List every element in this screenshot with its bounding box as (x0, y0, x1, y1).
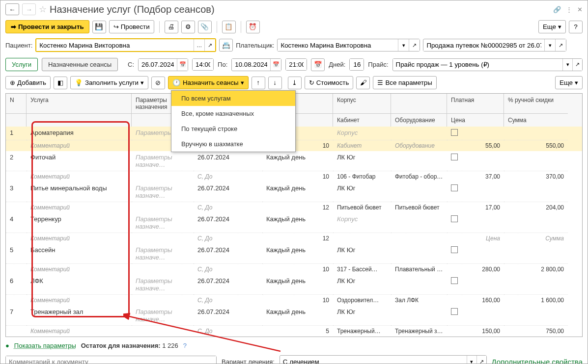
more-button-2[interactable]: Еще ▾ (555, 76, 583, 89)
help-icon[interactable]: ? (183, 342, 187, 349)
table-row[interactable]: 2ФиточайПараметры назначе…26.07.2024Кажд… (6, 151, 582, 171)
paid-checkbox[interactable] (451, 215, 458, 222)
dropdown-item-all[interactable]: По всем услугам (171, 91, 295, 106)
help-button[interactable]: ? (569, 21, 583, 33)
th-cabinet[interactable]: Кабинет (333, 113, 391, 127)
tab-services[interactable]: Услуги (5, 58, 38, 71)
close-icon[interactable]: ✕ (577, 6, 583, 13)
paid-checkbox[interactable] (451, 154, 458, 160)
variant-open[interactable]: ↗ (476, 356, 486, 364)
from-date-cal[interactable]: 📅 (177, 59, 188, 71)
th-paid[interactable]: Платная (447, 94, 504, 113)
download-button[interactable]: ⤓ (288, 77, 302, 89)
calendar-button[interactable]: 📅 (311, 58, 325, 71)
paid-checkbox[interactable] (451, 277, 458, 284)
forward-button[interactable]: → (22, 3, 36, 15)
compare-icon: 📋 (224, 23, 233, 30)
price-drop[interactable]: ▾ (562, 59, 572, 71)
table-row[interactable]: 6ЛФКПараметры назначе…26.07.2024Каждый д… (6, 275, 582, 294)
th-sum[interactable]: Сумма (504, 113, 568, 127)
add-button[interactable]: ⊕ Добавить (5, 76, 51, 89)
link-icon[interactable]: 🔗 (553, 6, 561, 13)
variant-input[interactable] (280, 356, 467, 364)
extra-props-link[interactable]: Дополнительные свойства (492, 358, 583, 364)
save-button[interactable]: 💾 (92, 21, 106, 33)
move-down-button[interactable]: ↓ (268, 77, 282, 89)
star-icon[interactable]: ☆ (39, 4, 47, 15)
patient-card-button[interactable]: 📇 (219, 39, 233, 52)
ellipsis-button[interactable]: … (194, 39, 204, 51)
paid-checkbox[interactable] (451, 184, 458, 191)
dropdown-item-manual[interactable]: Вручную в шахматке (171, 136, 295, 152)
from-date[interactable] (139, 59, 177, 70)
th-corpus[interactable]: Корпус (333, 94, 391, 113)
doc-field[interactable]: ▾ ↗ (423, 39, 566, 52)
clear-button[interactable]: ⊘ (151, 77, 165, 89)
payer-field[interactable]: ▾ ↗ (277, 39, 420, 52)
attach-button[interactable]: 📎 (198, 21, 212, 33)
to-date-cal[interactable]: 📅 (270, 59, 281, 71)
payer-drop[interactable]: ▾ (398, 39, 409, 51)
paid-checkbox[interactable] (451, 129, 458, 136)
chevron-down-icon: ▾ (575, 79, 578, 86)
th-price[interactable]: Цена (447, 113, 504, 127)
doc-drop[interactable]: ▾ (544, 39, 555, 51)
print-button[interactable]: 🖨 (165, 21, 178, 33)
to-time[interactable] (286, 59, 307, 70)
compare-button[interactable]: 📋 (222, 21, 236, 33)
paid-checkbox[interactable] (451, 246, 458, 253)
table-row[interactable]: 3Питье минеральной водыПараметры назначе… (6, 182, 582, 202)
th-discount[interactable]: % ручной скидки (504, 94, 568, 113)
post-icon: ↪ (113, 23, 119, 30)
table-row[interactable]: 5БассейнПараметры назначе…26.07.2024Кажд… (6, 244, 582, 263)
settings-button[interactable]: ⚙ (181, 21, 195, 33)
more-button-1[interactable]: Еще ▾ (538, 20, 566, 33)
table-subrow[interactable]: КомментарийС, До12ЦенаСумма (6, 233, 582, 244)
patient-input[interactable] (36, 40, 194, 51)
kebab-icon[interactable]: ⋮ (566, 6, 572, 13)
show-params-link[interactable]: Показать параметры (14, 342, 76, 349)
table-subrow[interactable]: КомментарийС, До10317 - Бассей…Плаватель… (6, 263, 582, 275)
alarm-button[interactable]: ⏰ (246, 21, 260, 33)
table-subrow[interactable]: КомментарийС, До5Тренажерный…Тренажерный… (6, 325, 582, 337)
table-subrow[interactable]: КомментарийС, До10Оздоровител…Зал ЛФК160… (6, 294, 582, 306)
th-n[interactable]: N (6, 94, 27, 113)
variant-drop[interactable]: ▾ (467, 356, 476, 364)
cost-button[interactable]: ↻ Стоимость (305, 76, 354, 89)
th-equip[interactable] (391, 94, 447, 113)
save-icon: 💾 (95, 23, 103, 30)
to-date[interactable] (232, 59, 270, 70)
tab-sessions[interactable]: Назначенные сеансы (42, 58, 118, 71)
page-title: Назначение услуг (Подбор сеансов) (50, 4, 550, 15)
post-button[interactable]: ↪ Провести (109, 20, 154, 33)
th-service[interactable]: Услуга (27, 94, 132, 113)
table-row[interactable]: 7Тренажерный залПараметры назначе…26.07.… (6, 306, 582, 325)
dropdown-item-except[interactable]: Все, кроме назначенных (171, 106, 295, 121)
th-equip2[interactable]: Оборудование (391, 113, 447, 127)
brush-button[interactable]: 🖌 (356, 77, 370, 89)
table-subrow[interactable]: КомментарийС, До10106 - ФитобарФитобар -… (6, 171, 582, 182)
price-input[interactable] (393, 59, 563, 70)
paid-checkbox[interactable] (451, 308, 458, 315)
post-and-close-button[interactable]: ➡ Провести и закрыть (5, 20, 89, 33)
payer-open[interactable]: ↗ (409, 39, 420, 51)
open-button[interactable]: ↗ (204, 39, 215, 51)
table-subrow[interactable]: КомментарийС, До12Питьевой бюветПитьевой… (6, 202, 582, 213)
assign-sessions-button[interactable]: 🕐 Назначить сеансы ▾ (168, 76, 249, 89)
doc-open[interactable]: ↗ (555, 39, 566, 51)
all-params-button[interactable]: ☰ Все параметры (373, 76, 436, 89)
hier-button[interactable]: ◧ (54, 77, 67, 89)
days-input[interactable] (350, 59, 364, 70)
fill-services-button[interactable]: 💡 Заполнить услуги ▾ (70, 76, 148, 89)
doc-comment-input[interactable] (6, 356, 216, 364)
variant-label: Вариант лечения: (222, 358, 275, 364)
back-button[interactable]: ← (5, 3, 19, 15)
move-up-button[interactable]: ↑ (252, 77, 265, 89)
payer-input[interactable] (278, 40, 398, 51)
from-time[interactable] (193, 59, 213, 70)
dropdown-item-current[interactable]: По текущей строке (171, 121, 295, 136)
table-row[interactable]: 4ТерренкурПараметры назначе…26.07.2024Ка… (6, 213, 582, 233)
doc-input[interactable] (423, 40, 544, 51)
price-open[interactable]: ↗ (572, 59, 582, 71)
patient-field[interactable]: … ↗ (35, 38, 216, 52)
